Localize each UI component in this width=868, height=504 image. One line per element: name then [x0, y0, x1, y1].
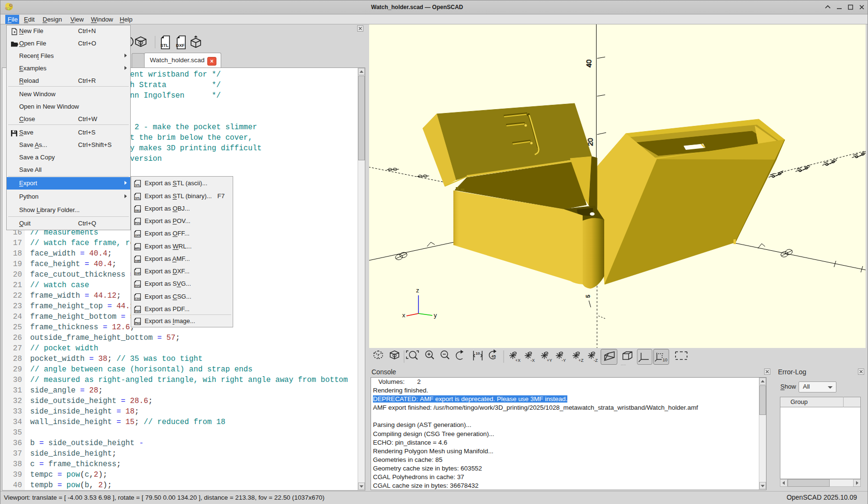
svg-text:-Y: -Y: [562, 358, 566, 363]
svg-text:AMF: AMF: [135, 259, 141, 262]
svg-text:POV: POV: [135, 222, 141, 224]
svg-text:y: y: [434, 312, 437, 319]
svg-text:DXF: DXF: [176, 43, 185, 48]
svg-text:SVG: SVG: [135, 284, 141, 287]
svg-text:PDF: PDF: [135, 309, 141, 312]
svg-text:STL: STL: [135, 184, 140, 187]
svg-text:+Y: +Y: [547, 358, 552, 363]
svg-text:CSG: CSG: [135, 297, 141, 300]
svg-text:STL: STL: [135, 196, 140, 199]
svg-text:PNG: PNG: [135, 322, 141, 325]
svg-text:10: 10: [663, 358, 667, 362]
svg-text:x: x: [402, 312, 406, 319]
svg-text:OBJ: OBJ: [135, 209, 141, 212]
svg-text:10: 10: [476, 351, 480, 356]
svg-text:z: z: [416, 287, 419, 294]
svg-text:DXF: DXF: [135, 272, 141, 275]
svg-text:OFF: OFF: [135, 234, 141, 237]
svg-text:5: 5: [585, 295, 591, 298]
svg-text:+Z: +Z: [578, 358, 584, 363]
svg-text:-Z: -Z: [594, 358, 598, 363]
svg-text:-X: -X: [530, 358, 535, 363]
svg-text:45: 45: [492, 354, 496, 358]
svg-text:WRL: WRL: [135, 246, 141, 249]
svg-text:+X: +X: [515, 358, 520, 363]
svg-text:STL: STL: [160, 43, 169, 48]
svg-text:40: 40: [585, 59, 593, 67]
